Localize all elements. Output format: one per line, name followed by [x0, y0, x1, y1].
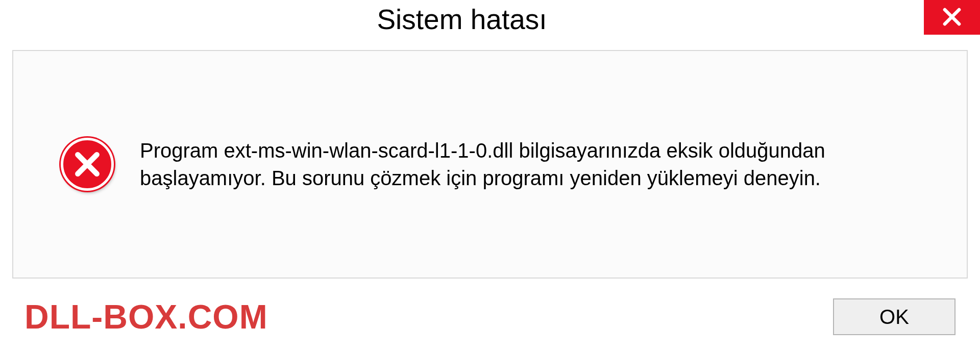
- dialog-title: Sistem hatası: [0, 0, 924, 36]
- error-icon: [59, 136, 115, 192]
- close-icon: [941, 6, 963, 29]
- close-button[interactable]: [924, 0, 980, 35]
- ok-button-label: OK: [879, 306, 909, 329]
- content-panel: Program ext-ms-win-wlan-scard-l1-1-0.dll…: [12, 50, 968, 279]
- titlebar: Sistem hatası: [0, 0, 980, 41]
- footer: DLL-BOX.COM OK: [0, 287, 980, 353]
- ok-button[interactable]: OK: [833, 298, 955, 335]
- error-message: Program ext-ms-win-wlan-scard-l1-1-0.dll…: [140, 137, 921, 192]
- watermark-text: DLL-BOX.COM: [24, 297, 268, 336]
